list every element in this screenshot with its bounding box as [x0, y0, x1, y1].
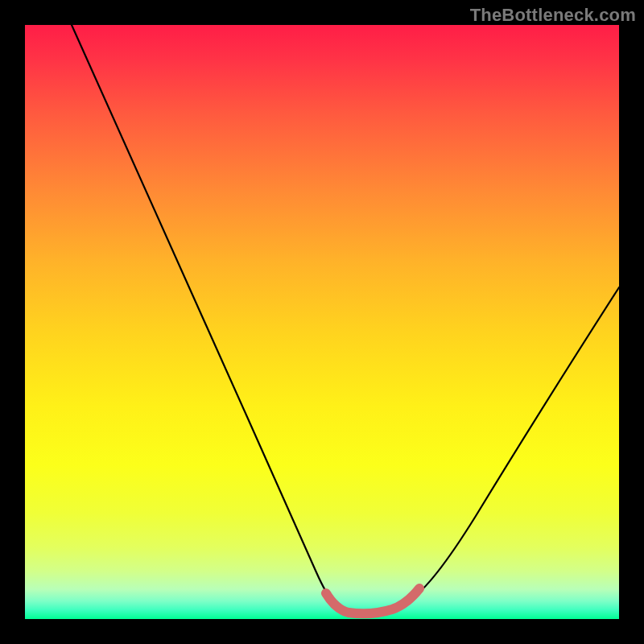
chart-frame: TheBottleneck.com: [0, 0, 644, 644]
chart-background: [25, 25, 619, 619]
watermark-text: TheBottleneck.com: [470, 5, 636, 26]
